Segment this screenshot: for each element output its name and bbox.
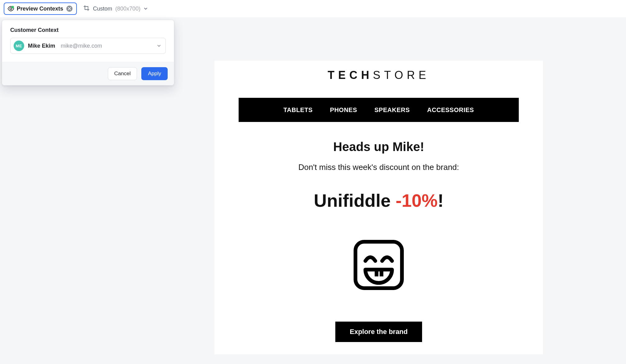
svg-point-1 [11, 6, 14, 8]
brand-light: STORE [373, 69, 430, 81]
clear-preview-icon[interactable] [66, 6, 73, 12]
canvas-size-dims: (800x700) [115, 6, 140, 12]
preview-eye-icon [7, 6, 14, 11]
cta-explore-button[interactable]: Explore the brand [335, 322, 422, 342]
brand-bold: TECH [328, 69, 373, 81]
svg-rect-4 [380, 270, 383, 276]
promo-brand: Unifiddle [314, 190, 396, 210]
chevron-down-icon [143, 6, 148, 11]
preview-contexts-button[interactable]: Preview Contexts [4, 2, 77, 15]
customer-name: Mike Ekim [28, 43, 55, 49]
promo-image [214, 239, 543, 291]
crop-icon [83, 5, 90, 13]
canvas-size-dropdown[interactable]: Custom (800x700) [81, 3, 150, 14]
promo-suffix: ! [438, 190, 443, 210]
nav-item-phones[interactable]: PHONES [330, 106, 357, 114]
promo-discount: -10% [396, 190, 438, 210]
chevron-down-icon [157, 44, 161, 48]
editor-toolbar: Preview Contexts Custom (800x700) [0, 0, 626, 17]
customer-select[interactable]: ME Mike Ekim mike@mike.com [10, 38, 166, 54]
nav-item-tablets[interactable]: TABLETS [284, 106, 313, 114]
popover-footer: Cancel Apply [2, 62, 174, 85]
nav-item-speakers[interactable]: SPEAKERS [374, 106, 410, 114]
canvas-size-label: Custom [93, 6, 112, 12]
smiley-icon [352, 239, 405, 291]
svg-point-0 [10, 8, 12, 10]
preview-contexts-label: Preview Contexts [17, 6, 63, 12]
email-navbar: TABLETS PHONES SPEAKERS ACCESSORIES [239, 98, 519, 122]
brand-logo: TECHSTORE [214, 61, 543, 90]
nav-item-accessories[interactable]: ACCESSORIES [427, 106, 474, 114]
email-preview-frame: TECHSTORE TABLETS PHONES SPEAKERS ACCESS… [214, 61, 543, 354]
popover-title: Customer Context [10, 27, 166, 33]
customer-email: mike@mike.com [61, 43, 102, 49]
cancel-button[interactable]: Cancel [108, 67, 137, 80]
avatar: ME [14, 41, 24, 51]
svg-rect-3 [375, 270, 378, 276]
email-subhead: Don't miss this week's discount on the b… [214, 162, 543, 172]
email-headline: Heads up Mike! [214, 140, 543, 154]
apply-button[interactable]: Apply [141, 67, 168, 80]
email-promo: Unifiddle -10%! [214, 190, 543, 211]
customer-context-popover: Customer Context ME Mike Ekim mike@mike.… [2, 20, 174, 85]
